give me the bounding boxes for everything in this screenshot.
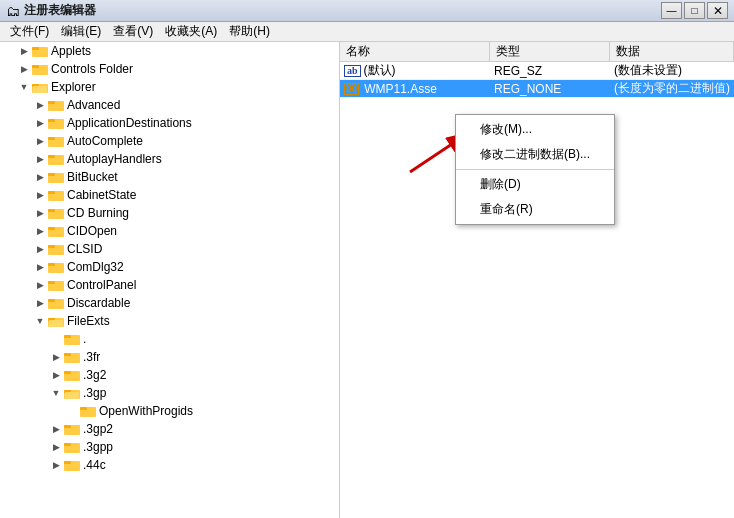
svg-rect-26 [48, 263, 55, 266]
menu-help[interactable]: 帮助(H) [223, 21, 276, 42]
tree-item-3g2[interactable]: ▶ .3g2 [0, 366, 339, 384]
tree-item-openwithprogids[interactable]: OpenWithProgids [0, 402, 339, 420]
tree-item-clsid[interactable]: ▶ CLSID [0, 240, 339, 258]
tree-item-bitbucket[interactable]: ▶ BitBucket [0, 168, 339, 186]
tree-item-appdest[interactable]: ▶ ApplicationDestinations [0, 114, 339, 132]
svg-rect-18 [48, 191, 55, 194]
tree-item-label: .3fr [83, 350, 100, 364]
toggle-icon [64, 403, 80, 419]
menu-file[interactable]: 文件(F) [4, 21, 55, 42]
close-button[interactable]: ✕ [707, 2, 728, 19]
svg-rect-20 [48, 209, 55, 212]
tree-item-dot[interactable]: . [0, 330, 339, 348]
folder-icon [64, 368, 80, 382]
toggle-icon [48, 331, 64, 347]
tree-item-cidopen[interactable]: ▶ CIDOpen [0, 222, 339, 240]
folder-open-icon [64, 386, 80, 400]
svg-rect-3 [32, 65, 39, 68]
window-controls: — □ ✕ [661, 2, 728, 19]
folder-icon [80, 404, 96, 418]
tree-item-3gpp[interactable]: ▶ .3gpp [0, 438, 339, 456]
tree-item-label: Explorer [51, 80, 96, 94]
tree-item-label: ComDlg32 [67, 260, 124, 274]
svg-rect-14 [48, 155, 55, 158]
folder-icon [64, 350, 80, 364]
tree-item-label: OpenWithProgids [99, 404, 193, 418]
tree-item-3gp[interactable]: ▼ .3gp [0, 384, 339, 402]
context-menu: 修改(M)... 修改二进制数据(B)... 删除(D) 重命名(R) [455, 114, 615, 225]
col-header-type[interactable]: 类型 [490, 42, 610, 61]
folder-icon [48, 296, 64, 310]
tree-item-autoplay[interactable]: ▶ AutoplayHandlers [0, 150, 339, 168]
toggle-icon: ▶ [16, 43, 32, 59]
folder-icon [32, 62, 48, 76]
toggle-icon: ▶ [32, 277, 48, 293]
folder-open-icon [48, 314, 64, 328]
tree-item-label: BitBucket [67, 170, 118, 184]
context-menu-delete[interactable]: 删除(D) [456, 172, 614, 197]
toggle-icon: ▶ [48, 367, 64, 383]
tree-item-label: .3gp [83, 386, 106, 400]
folder-open-icon [32, 80, 48, 94]
tree-item-cabinet[interactable]: ▶ CabinetState [0, 186, 339, 204]
tree-item-label: FileExts [67, 314, 110, 328]
table-row[interactable]: 00 WMP11.Asse REG_NONE (长度为零的二进制值) [340, 80, 734, 98]
cell-type: REG_NONE [490, 82, 610, 96]
tree-item-fileexts[interactable]: ▼ FileExts [0, 312, 339, 330]
svg-rect-42 [65, 392, 79, 399]
svg-rect-16 [48, 173, 55, 176]
tree-item-label: CIDOpen [67, 224, 117, 238]
bin-icon: 00 [344, 83, 359, 95]
registry-values-panel: 名称 类型 数据 ab (默认) REG_SZ (数值未设置) 00 WMP11… [340, 42, 734, 518]
registry-tree[interactable]: ▶ Applets ▶ Controls Folder ▼ Explorer [0, 42, 340, 518]
svg-rect-8 [48, 101, 55, 104]
minimize-button[interactable]: — [661, 2, 682, 19]
folder-icon [64, 440, 80, 454]
toggle-icon: ▶ [32, 241, 48, 257]
tree-item-3fr[interactable]: ▶ .3fr [0, 348, 339, 366]
toggle-icon: ▶ [32, 295, 48, 311]
tree-item-controls[interactable]: ▶ Controls Folder [0, 60, 339, 78]
maximize-button[interactable]: □ [684, 2, 705, 19]
toggle-icon: ▶ [32, 205, 48, 221]
context-menu-rename[interactable]: 重命名(R) [456, 197, 614, 222]
svg-rect-50 [64, 461, 71, 464]
table-row[interactable]: ab (默认) REG_SZ (数值未设置) [340, 62, 734, 80]
menu-favorites[interactable]: 收藏夹(A) [159, 21, 223, 42]
tree-item-comdlg32[interactable]: ▶ ComDlg32 [0, 258, 339, 276]
menu-bar: 文件(F) 编辑(E) 查看(V) 收藏夹(A) 帮助(H) [0, 22, 734, 42]
cell-data: (数值未设置) [610, 62, 734, 79]
tree-item-autocomplete[interactable]: ▶ AutoComplete [0, 132, 339, 150]
menu-view[interactable]: 查看(V) [107, 21, 159, 42]
tree-item-3gp2[interactable]: ▶ .3gp2 [0, 420, 339, 438]
cell-data: (长度为零的二进制值) [610, 80, 734, 97]
col-header-data[interactable]: 数据 [610, 42, 734, 61]
tree-item-explorer[interactable]: ▼ Explorer [0, 78, 339, 96]
ab-icon: ab [344, 65, 361, 77]
context-menu-modify[interactable]: 修改(M)... [456, 117, 614, 142]
tree-item-44c[interactable]: ▶ .44c [0, 456, 339, 474]
folder-icon [48, 260, 64, 274]
folder-icon [48, 116, 64, 130]
tree-item-cdburn[interactable]: ▶ CD Burning [0, 204, 339, 222]
context-menu-modify-binary[interactable]: 修改二进制数据(B)... [456, 142, 614, 167]
tree-item-label: CLSID [67, 242, 102, 256]
toggle-icon: ▶ [32, 133, 48, 149]
tree-item-controlpanel[interactable]: ▶ ControlPanel [0, 276, 339, 294]
tree-item-applets[interactable]: ▶ Applets [0, 42, 339, 60]
svg-rect-37 [64, 353, 71, 356]
col-header-name[interactable]: 名称 [340, 42, 490, 61]
toggle-icon: ▶ [32, 169, 48, 185]
window-title: 注册表编辑器 [24, 2, 96, 19]
svg-rect-46 [64, 425, 71, 428]
toggle-icon: ▶ [32, 151, 48, 167]
folder-icon [48, 152, 64, 166]
tree-item-label: ApplicationDestinations [67, 116, 192, 130]
cell-name: 00 WMP11.Asse [340, 82, 490, 96]
menu-edit[interactable]: 编辑(E) [55, 21, 107, 42]
tree-item-label: CD Burning [67, 206, 129, 220]
toggle-icon: ▶ [48, 349, 64, 365]
tree-item-discardable[interactable]: ▶ Discardable [0, 294, 339, 312]
tree-item-label: Advanced [67, 98, 120, 112]
tree-item-advanced[interactable]: ▶ Advanced [0, 96, 339, 114]
